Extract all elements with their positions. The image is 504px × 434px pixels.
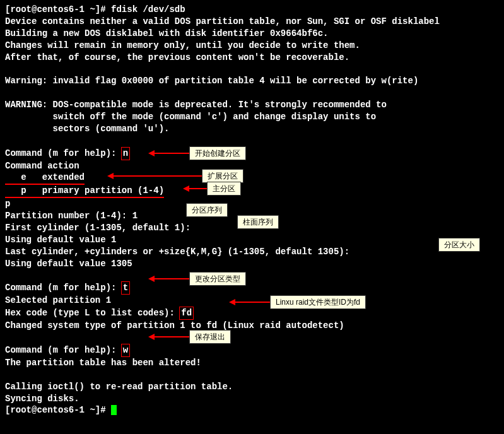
output-line: WARNING: DOS-compatible mode is deprecat… <box>5 99 499 111</box>
sync-line: Syncing disks. <box>5 393 499 405</box>
output-line: Building a new DOS disklabel with disk i… <box>5 28 499 40</box>
blank-line <box>5 270 499 282</box>
fdisk-prompt: Command (m for help): <box>5 283 122 293</box>
partition-number-line[interactable]: Partition number (1-4): 1 <box>5 210 499 222</box>
blank-line <box>5 369 499 381</box>
output-line: switch off the mode (command 'c') and ch… <box>5 111 499 123</box>
output-line: sectors (command 'u'). <box>5 123 499 135</box>
command-fdisk: fdisk /dev/sdb <box>111 4 185 15</box>
blank-line <box>5 135 499 147</box>
command-prompt-w[interactable]: Command (m for help): w <box>5 344 499 357</box>
ioctl-line: Calling ioctl() to re-read partition tab… <box>5 381 499 393</box>
input-w: w <box>121 344 130 357</box>
input-n: n <box>121 147 130 160</box>
partnum-prompt: Partition number (1-4): <box>5 211 132 221</box>
using-default-1305: Using default value 1305 <box>5 258 499 270</box>
shell-prompt: [root@centos6-1 ~]# <box>5 405 111 415</box>
altered-line: The partition table has been altered! <box>5 357 499 369</box>
fdisk-prompt: Command (m for help): <box>5 345 122 355</box>
blank-line <box>5 332 499 344</box>
output-line: After that, of course, the previous cont… <box>5 52 499 64</box>
hex-code-line[interactable]: Hex code (type L to list codes): fd <box>5 307 499 320</box>
output-line: Warning: invalid flag 0x0000 of partitio… <box>5 75 499 87</box>
cursor-icon <box>111 405 117 415</box>
first-cylinder-line[interactable]: First cylinder (1-1305, default 1): <box>5 222 499 234</box>
final-prompt-line[interactable]: [root@centos6-1 ~]# <box>5 404 499 416</box>
input-t: t <box>121 281 130 295</box>
command-prompt-t[interactable]: Command (m for help): t <box>5 281 499 295</box>
selected-partition: Selected partition 1 <box>5 295 499 307</box>
action-primary: p primary partition (1-4) <box>5 185 499 198</box>
primary-option: p primary partition (1-4) <box>5 185 164 198</box>
input-p[interactable]: p <box>5 198 499 210</box>
input-fd: fd <box>179 307 194 320</box>
output-line: Changes will remain in memory only, unti… <box>5 40 499 52</box>
last-cylinder-line[interactable]: Last cylinder, +cylinders or +size{K,M,G… <box>5 246 499 258</box>
prompt-line[interactable]: [root@centos6-1 ~]# fdisk /dev/sdb <box>5 4 499 16</box>
partnum-value: 1 <box>132 211 138 221</box>
hex-prompt: Hex code (type L to list codes): <box>5 308 180 318</box>
using-default-1: Using default value 1 <box>5 234 499 246</box>
blank-line <box>5 63 499 75</box>
action-extended: e extended <box>5 172 499 185</box>
changed-type: Changed system type of partition 1 to fd… <box>5 320 499 332</box>
extended-option: e extended <box>5 172 85 185</box>
shell-prompt: [root@centos6-1 ~]# <box>5 4 111 15</box>
blank-line <box>5 87 499 99</box>
action-header: Command action <box>5 160 499 172</box>
output-line: Device contains neither a valid DOS part… <box>5 16 499 28</box>
command-prompt-n[interactable]: Command (m for help): n <box>5 147 499 160</box>
fdisk-prompt: Command (m for help): <box>5 148 122 158</box>
